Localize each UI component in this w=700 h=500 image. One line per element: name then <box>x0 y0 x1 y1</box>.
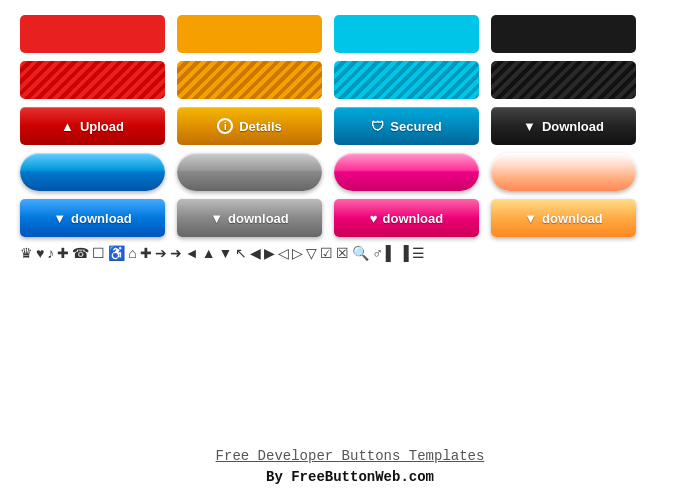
red-flat-button[interactable] <box>20 15 165 53</box>
download-dark-button[interactable]: ▼ Download <box>491 107 636 145</box>
icon-heart: ♥ <box>36 245 44 261</box>
download-orange-button[interactable]: ▼ download <box>491 199 636 237</box>
icon-search: 🔍 <box>352 245 369 261</box>
download-blue-button[interactable]: ▼ download <box>20 199 165 237</box>
icon-checkbox: ☐ <box>92 245 105 261</box>
orange-textured-button[interactable] <box>177 61 322 99</box>
icon-bar1: ▌ <box>386 245 396 261</box>
gray-glossy-button[interactable] <box>177 153 322 191</box>
pink-glossy-button[interactable] <box>334 153 479 191</box>
orange-flat-button[interactable] <box>177 15 322 53</box>
icon-accessibility: ♿ <box>108 245 125 261</box>
icon-row: ♛ ♥ ♪ ✚ ☎ ☐ ♿ ⌂ ✚ ➔ ➜ ◄ ▲ ▼ ↖ ◀ ▶ ◁ ▷ ▽ … <box>20 245 680 261</box>
red-textured-button[interactable] <box>20 61 165 99</box>
footer-credit: By FreeButtonWeb.com <box>0 469 700 485</box>
icon-bar2: ▐ <box>399 245 409 261</box>
icon-tri-down: ▽ <box>306 245 317 261</box>
main-container: ▲ Upload i Details 🛡 Secured ▼ Download … <box>0 0 700 282</box>
upload-label: Upload <box>80 119 124 134</box>
details-label: Details <box>239 119 282 134</box>
icon-home: ⌂ <box>128 245 136 261</box>
download-dark-label: Download <box>542 119 604 134</box>
black-textured-button[interactable] <box>491 61 636 99</box>
footer-title: Free Developer Buttons Templates <box>0 448 700 464</box>
icon-x-box: ☒ <box>336 245 349 261</box>
cyan-flat-button[interactable] <box>334 15 479 53</box>
icon-music: ♪ <box>47 245 54 261</box>
row-glossy-buttons <box>20 153 680 191</box>
icon-male: ♂ <box>372 245 383 261</box>
row-download-buttons: ▼ download ▼ download ♥ download ▼ downl… <box>20 199 680 237</box>
dl-pink-label: download <box>383 211 444 226</box>
dl-gray-label: download <box>228 211 289 226</box>
icon-cross2: ✚ <box>140 245 152 261</box>
row-flat-buttons <box>20 15 680 53</box>
icon-tri-right: ▶ <box>264 245 275 261</box>
shield-icon: 🛡 <box>371 119 384 134</box>
dl-gray-icon: ▼ <box>210 211 223 226</box>
icon-tri-left2: ◁ <box>278 245 289 261</box>
icon-phone: ☎ <box>72 245 89 261</box>
footer: Free Developer Buttons Templates By Free… <box>0 448 700 485</box>
details-button[interactable]: i Details <box>177 107 322 145</box>
icon-tri-right2: ▷ <box>292 245 303 261</box>
download-pink-button[interactable]: ♥ download <box>334 199 479 237</box>
icon-arrow-down: ▼ <box>219 245 233 261</box>
dl-blue-label: download <box>71 211 132 226</box>
icon-cursor: ↖ <box>235 245 247 261</box>
icon-arrow-left: ◄ <box>185 245 199 261</box>
secured-label: Secured <box>390 119 441 134</box>
cyan-textured-button[interactable] <box>334 61 479 99</box>
row-textured-buttons <box>20 61 680 99</box>
icon-arrow-up: ▲ <box>202 245 216 261</box>
upload-icon: ▲ <box>61 119 74 134</box>
dl-pink-icon: ♥ <box>370 211 378 226</box>
info-icon: i <box>217 118 233 134</box>
icon-arrow-right1: ➔ <box>155 245 167 261</box>
icon-plus: ✚ <box>57 245 69 261</box>
black-flat-button[interactable] <box>491 15 636 53</box>
icon-tri-left: ◀ <box>250 245 261 261</box>
blue-glossy-button[interactable] <box>20 153 165 191</box>
icon-menu: ☰ <box>412 245 425 261</box>
download-arrow-icon: ▼ <box>523 119 536 134</box>
secured-button[interactable]: 🛡 Secured <box>334 107 479 145</box>
dl-orange-label: download <box>542 211 603 226</box>
icon-check-box: ☑ <box>320 245 333 261</box>
peach-glossy-button[interactable] <box>491 153 636 191</box>
download-gray-button[interactable]: ▼ download <box>177 199 322 237</box>
upload-button[interactable]: ▲ Upload <box>20 107 165 145</box>
row-icon-label-buttons: ▲ Upload i Details 🛡 Secured ▼ Download <box>20 107 680 145</box>
dl-orange-icon: ▼ <box>524 211 537 226</box>
icon-arrow-right2: ➜ <box>170 245 182 261</box>
dl-blue-icon: ▼ <box>53 211 66 226</box>
icon-crown: ♛ <box>20 245 33 261</box>
